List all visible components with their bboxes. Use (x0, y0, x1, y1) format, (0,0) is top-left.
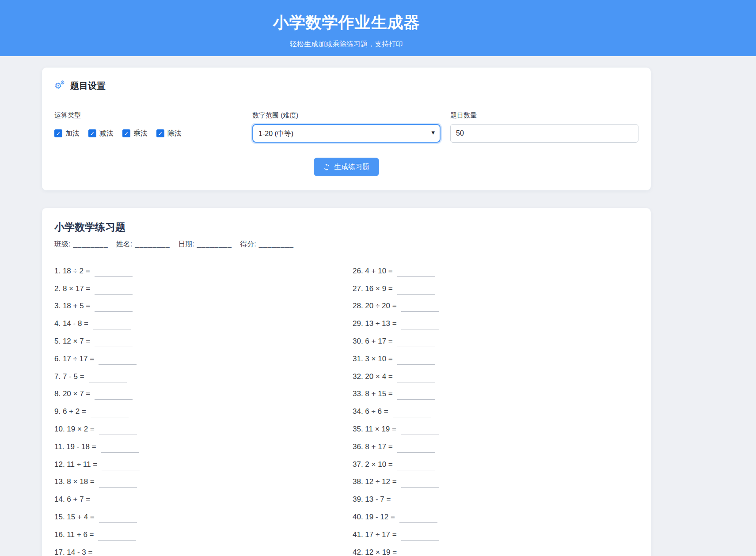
answer-blank (401, 305, 439, 312)
operation-label: 除法 (167, 129, 182, 138)
settings-section-title: ⚙ ⚙ 题目设置 (54, 80, 638, 92)
answer-blank (93, 322, 131, 329)
problem-expression: 8. 20 × 7 = (54, 390, 90, 398)
problem-expression: 13. 8 × 18 = (54, 477, 95, 486)
answer-blank (99, 516, 137, 523)
answer-blank (91, 410, 129, 417)
problem-row: 28. 20 ÷ 20 = (353, 298, 638, 315)
problem-row: 36. 8 + 17 = (353, 438, 638, 456)
answer-blank (95, 287, 133, 295)
answer-blank (401, 533, 439, 541)
operation-checkbox-item[interactable]: ✓ 除法 (156, 129, 182, 138)
answer-blank (399, 516, 437, 523)
settings-card: ⚙ ⚙ 题目设置 运算类型 ✓ 加法 ✓ (42, 68, 651, 190)
meta-field: 得分:________ (240, 240, 294, 248)
meta-field: 班级:________ (54, 240, 108, 248)
generate-button[interactable]: 生成练习题 (314, 158, 379, 176)
problem-row: 42. 12 × 19 = (353, 544, 638, 556)
problem-row: 1. 18 ÷ 2 = (54, 262, 340, 280)
problem-row: 29. 13 ÷ 13 = (353, 315, 638, 333)
question-count-input[interactable] (450, 124, 638, 143)
problems-column-left: 1. 18 ÷ 2 = 2. 8 × 17 = 3. 18 + 5 = (54, 262, 340, 556)
problem-expression: 4. 14 - 8 = (54, 319, 88, 328)
answer-blank (397, 446, 435, 453)
problem-row: 40. 19 - 12 = (353, 508, 638, 526)
check-icon: ✓ (124, 131, 129, 136)
answer-blank (95, 340, 133, 347)
problem-row: 39. 13 - 7 = (353, 491, 638, 508)
problem-expression: 7. 7 - 5 = (54, 372, 84, 381)
answer-blank (397, 340, 435, 347)
generate-button-label: 生成练习题 (334, 163, 369, 172)
problem-row: 9. 6 + 2 = (54, 403, 340, 420)
gear-small-icon: ⚙ (60, 80, 65, 85)
answer-blank (95, 393, 133, 400)
meta-field-blank: ________ (73, 240, 108, 248)
problem-expression: 17. 14 - 3 = (54, 548, 92, 556)
problem-row: 2. 8 × 17 = (54, 280, 340, 298)
checkbox-checked-icon[interactable]: ✓ (88, 129, 96, 137)
app-header: 小学数学作业生成器 轻松生成加减乘除练习题，支持打印 (0, 0, 756, 56)
problem-row: 10. 19 × 2 = (54, 420, 340, 438)
problem-expression: 10. 19 × 2 = (54, 425, 95, 434)
problem-row: 32. 20 × 4 = (353, 368, 638, 386)
problem-expression: 36. 8 + 17 = (353, 443, 393, 451)
answer-blank (397, 358, 435, 365)
problem-row: 38. 12 ÷ 12 = (353, 473, 638, 491)
check-icon: ✓ (158, 131, 163, 136)
answer-blank (99, 480, 137, 488)
page-title: 小学数学作业生成器 (42, 12, 651, 34)
count-label: 题目数量 (450, 111, 638, 120)
answer-blank (401, 428, 439, 435)
operation-checkbox-item[interactable]: ✓ 加法 (54, 129, 80, 138)
checkbox-checked-icon[interactable]: ✓ (156, 129, 164, 137)
meta-field-blank: ________ (135, 240, 170, 248)
difficulty-select[interactable]: 1-20 (中等) (252, 124, 441, 143)
meta-field-blank: ________ (259, 240, 294, 248)
problem-expression: 38. 12 ÷ 12 = (353, 477, 397, 486)
problem-expression: 31. 3 × 10 = (353, 355, 393, 363)
problems-column-right: 26. 4 + 10 = 27. 16 × 9 = 28. 20 ÷ 20 = (353, 262, 638, 556)
check-icon: ✓ (56, 131, 61, 136)
operation-label: 减法 (99, 129, 114, 138)
checkbox-checked-icon[interactable]: ✓ (54, 129, 62, 137)
range-field: 数字范围 (难度) 1-20 (中等) ▾ (252, 111, 441, 143)
answer-blank (97, 551, 135, 556)
problem-expression: 42. 12 × 19 = (353, 548, 397, 556)
answer-blank (395, 498, 433, 505)
problem-row: 33. 8 + 15 = (353, 386, 638, 403)
problem-row: 4. 14 - 8 = (54, 315, 340, 333)
problem-row: 26. 4 + 10 = (353, 262, 638, 280)
problems-grid: 1. 18 ÷ 2 = 2. 8 × 17 = 3. 18 + 5 = (54, 262, 638, 556)
problem-expression: 28. 20 ÷ 20 = (353, 302, 397, 310)
problem-row: 31. 3 × 10 = (353, 350, 638, 368)
problem-expression: 33. 8 + 15 = (353, 390, 393, 398)
worksheet-meta-line: 班级:________ 姓名:________ 日期:________ 得分:_… (54, 240, 638, 249)
operation-checkbox-item[interactable]: ✓ 减法 (88, 129, 114, 138)
problem-row: 8. 20 × 7 = (54, 386, 340, 403)
problem-expression: 9. 6 + 2 = (54, 407, 86, 416)
meta-field-label: 日期: (178, 240, 194, 248)
problem-expression: 2. 8 × 17 = (54, 284, 90, 293)
problem-expression: 5. 12 × 7 = (54, 337, 90, 346)
problem-expression: 41. 17 ÷ 17 = (353, 530, 397, 539)
problem-expression: 40. 19 - 12 = (353, 513, 395, 522)
page-subtitle: 轻松生成加减乘除练习题，支持打印 (42, 40, 651, 49)
refresh-icon (323, 164, 330, 170)
count-field: 题目数量 (450, 111, 638, 143)
worksheet-card: 小学数学练习题 班级:________ 姓名:________ 日期:_____… (42, 208, 651, 556)
answer-blank (397, 463, 435, 470)
answer-blank (89, 375, 127, 382)
problem-row: 13. 8 × 18 = (54, 473, 340, 491)
problem-expression: 30. 6 + 17 = (353, 337, 393, 346)
meta-field-label: 得分: (240, 240, 256, 248)
answer-blank (401, 480, 439, 488)
problem-row: 35. 11 × 19 = (353, 420, 638, 438)
gears-icon: ⚙ ⚙ (54, 81, 66, 91)
range-label: 数字范围 (难度) (252, 111, 441, 120)
problem-row: 3. 18 + 5 = (54, 298, 340, 315)
problem-expression: 35. 11 × 19 = (353, 425, 396, 434)
checkbox-checked-icon[interactable]: ✓ (122, 129, 130, 137)
meta-field-label: 姓名: (116, 240, 132, 248)
operation-checkbox-item[interactable]: ✓ 乘法 (122, 129, 148, 138)
